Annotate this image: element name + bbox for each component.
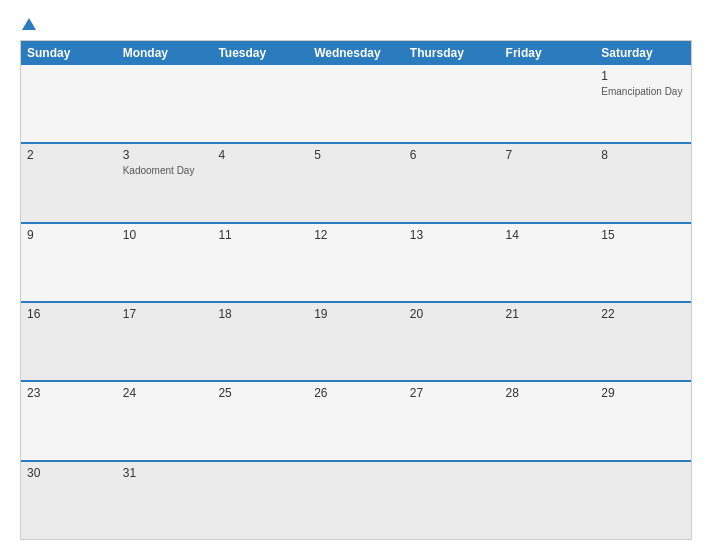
cell-event-label: Kadooment Day bbox=[123, 164, 207, 177]
calendar-cell: 7 bbox=[500, 144, 596, 221]
calendar-cell: 2 bbox=[21, 144, 117, 221]
calendar-cell bbox=[404, 462, 500, 539]
calendar-cell: 9 bbox=[21, 224, 117, 301]
calendar-cell: 17 bbox=[117, 303, 213, 380]
calendar-cell bbox=[212, 65, 308, 142]
day-header-friday: Friday bbox=[500, 41, 596, 65]
calendar-cell: 13 bbox=[404, 224, 500, 301]
calendar-cell: 22 bbox=[595, 303, 691, 380]
cell-date-number: 10 bbox=[123, 228, 207, 242]
cell-date-number: 29 bbox=[601, 386, 685, 400]
calendar-cell: 18 bbox=[212, 303, 308, 380]
week-row-1: 1Emancipation Day bbox=[21, 65, 691, 142]
calendar-grid: SundayMondayTuesdayWednesdayThursdayFrid… bbox=[20, 40, 692, 540]
cell-date-number: 26 bbox=[314, 386, 398, 400]
cell-date-number: 4 bbox=[218, 148, 302, 162]
cell-date-number: 23 bbox=[27, 386, 111, 400]
week-row-6: 3031 bbox=[21, 460, 691, 539]
calendar-cell: 12 bbox=[308, 224, 404, 301]
calendar-cell: 4 bbox=[212, 144, 308, 221]
logo bbox=[20, 18, 36, 30]
cell-date-number: 16 bbox=[27, 307, 111, 321]
calendar-cell: 20 bbox=[404, 303, 500, 380]
calendar-cell: 5 bbox=[308, 144, 404, 221]
calendar-cell bbox=[212, 462, 308, 539]
cell-date-number: 6 bbox=[410, 148, 494, 162]
calendar-cell bbox=[595, 462, 691, 539]
cell-date-number: 25 bbox=[218, 386, 302, 400]
week-row-2: 23Kadooment Day45678 bbox=[21, 142, 691, 221]
cell-date-number: 21 bbox=[506, 307, 590, 321]
calendar-cell: 21 bbox=[500, 303, 596, 380]
cell-date-number: 17 bbox=[123, 307, 207, 321]
calendar-cell: 26 bbox=[308, 382, 404, 459]
cell-date-number: 31 bbox=[123, 466, 207, 480]
weeks-container: 1Emancipation Day23Kadooment Day45678910… bbox=[21, 65, 691, 539]
calendar-cell: 27 bbox=[404, 382, 500, 459]
calendar-cell: 11 bbox=[212, 224, 308, 301]
calendar-cell bbox=[308, 462, 404, 539]
cell-date-number: 30 bbox=[27, 466, 111, 480]
cell-date-number: 7 bbox=[506, 148, 590, 162]
cell-date-number: 8 bbox=[601, 148, 685, 162]
calendar-cell bbox=[500, 65, 596, 142]
week-row-4: 16171819202122 bbox=[21, 301, 691, 380]
calendar-cell: 16 bbox=[21, 303, 117, 380]
calendar-cell bbox=[500, 462, 596, 539]
cell-date-number: 12 bbox=[314, 228, 398, 242]
calendar-cell: 8 bbox=[595, 144, 691, 221]
week-row-5: 23242526272829 bbox=[21, 380, 691, 459]
cell-date-number: 13 bbox=[410, 228, 494, 242]
cell-date-number: 5 bbox=[314, 148, 398, 162]
calendar-cell: 23 bbox=[21, 382, 117, 459]
calendar-cell bbox=[308, 65, 404, 142]
cell-date-number: 19 bbox=[314, 307, 398, 321]
cell-event-label: Emancipation Day bbox=[601, 85, 685, 98]
cell-date-number: 2 bbox=[27, 148, 111, 162]
logo-triangle-icon bbox=[22, 18, 36, 30]
cell-date-number: 24 bbox=[123, 386, 207, 400]
day-header-saturday: Saturday bbox=[595, 41, 691, 65]
cell-date-number: 9 bbox=[27, 228, 111, 242]
day-header-monday: Monday bbox=[117, 41, 213, 65]
day-headers-row: SundayMondayTuesdayWednesdayThursdayFrid… bbox=[21, 41, 691, 65]
calendar-cell: 29 bbox=[595, 382, 691, 459]
calendar-cell: 28 bbox=[500, 382, 596, 459]
calendar-cell: 14 bbox=[500, 224, 596, 301]
calendar-page: SundayMondayTuesdayWednesdayThursdayFrid… bbox=[0, 0, 712, 550]
cell-date-number: 15 bbox=[601, 228, 685, 242]
day-header-thursday: Thursday bbox=[404, 41, 500, 65]
cell-date-number: 22 bbox=[601, 307, 685, 321]
cell-date-number: 27 bbox=[410, 386, 494, 400]
week-row-3: 9101112131415 bbox=[21, 222, 691, 301]
calendar-cell: 15 bbox=[595, 224, 691, 301]
cell-date-number: 14 bbox=[506, 228, 590, 242]
calendar-cell: 10 bbox=[117, 224, 213, 301]
cell-date-number: 3 bbox=[123, 148, 207, 162]
day-header-sunday: Sunday bbox=[21, 41, 117, 65]
cell-date-number: 28 bbox=[506, 386, 590, 400]
calendar-cell: 30 bbox=[21, 462, 117, 539]
calendar-cell: 25 bbox=[212, 382, 308, 459]
calendar-cell bbox=[404, 65, 500, 142]
logo-blue-text bbox=[20, 18, 36, 30]
day-header-tuesday: Tuesday bbox=[212, 41, 308, 65]
calendar-cell bbox=[117, 65, 213, 142]
cell-date-number: 20 bbox=[410, 307, 494, 321]
calendar-cell: 6 bbox=[404, 144, 500, 221]
calendar-cell: 19 bbox=[308, 303, 404, 380]
header bbox=[20, 18, 692, 30]
cell-date-number: 11 bbox=[218, 228, 302, 242]
day-header-wednesday: Wednesday bbox=[308, 41, 404, 65]
calendar-cell: 3Kadooment Day bbox=[117, 144, 213, 221]
calendar-cell bbox=[21, 65, 117, 142]
calendar-cell: 1Emancipation Day bbox=[595, 65, 691, 142]
calendar-cell: 31 bbox=[117, 462, 213, 539]
cell-date-number: 1 bbox=[601, 69, 685, 83]
calendar-cell: 24 bbox=[117, 382, 213, 459]
cell-date-number: 18 bbox=[218, 307, 302, 321]
